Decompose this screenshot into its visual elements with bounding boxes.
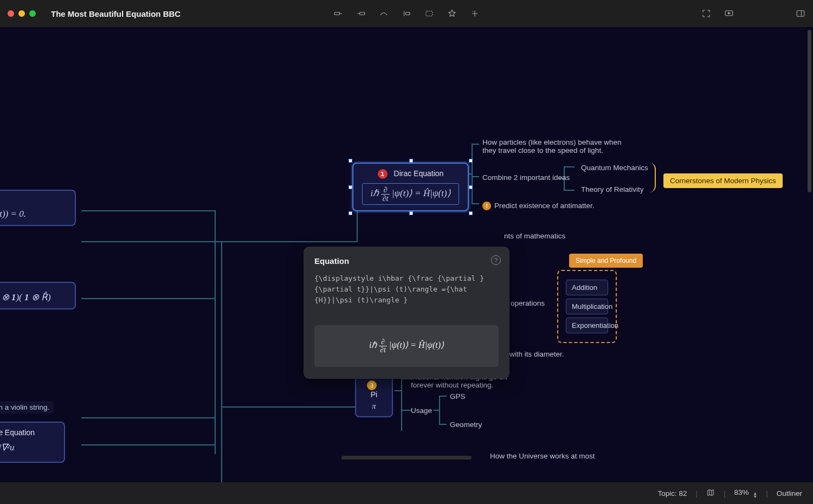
toolbar-center — [333, 9, 480, 18]
topic-count: Topic: 82 — [657, 489, 687, 497]
map-icon[interactable] — [706, 488, 715, 499]
separator: | — [724, 489, 726, 497]
zoom-control[interactable]: 83% ▲▼ — [734, 488, 757, 499]
text-ratio: with its diameter. — [509, 350, 564, 358]
document-title: The Most Beautiful Equation BBC — [51, 9, 180, 18]
equation-popover[interactable]: Equation ? {\displaystyle i\hbar {\frac … — [304, 247, 509, 379]
text-violin: from a violin string. — [0, 401, 54, 413]
outliner-button[interactable]: Outliner — [777, 489, 802, 497]
mind-map-canvas[interactable]: uation (t), q̇(t)) = 0. R̂ ⊗ 1)( 1 ⊗ R̂)… — [0, 27, 813, 482]
equation-preview: iℏ ∂∂t |ψ(t)⟩ = Ĥ|ψ(t)⟩ — [314, 325, 499, 366]
popover-title: Equation — [314, 256, 499, 266]
maximize-window[interactable] — [29, 10, 36, 17]
text-gps: GPS — [450, 392, 466, 400]
node-title-row: 3 Pi — [365, 380, 383, 399]
boundary-icon[interactable] — [424, 9, 434, 18]
node-equation-partial[interactable]: uation (t), q̇(t)) = 0. — [0, 190, 76, 226]
chip-simple-profound[interactable]: Simple and Profound — [569, 254, 643, 268]
node-equation: π — [365, 402, 383, 411]
op-addition[interactable]: Addition — [566, 280, 608, 295]
relationship-icon[interactable] — [379, 9, 389, 18]
summary-icon[interactable] — [402, 9, 411, 18]
node-equation: u2 = c²∇²u — [0, 440, 55, 456]
subtopic-right-icon[interactable] — [356, 9, 366, 18]
present-icon[interactable] — [724, 9, 734, 18]
text-particles: How particles (like electrons) behave wh… — [482, 138, 623, 154]
node-label: uation — [0, 196, 66, 205]
separator: | — [695, 489, 698, 497]
star-icon[interactable] — [447, 9, 457, 18]
status-bar: Topic: 82 | | 83% ▲▼ | Outliner — [0, 482, 813, 504]
svg-rect-0 — [334, 12, 339, 15]
priority-badge: 3 — [367, 380, 377, 390]
fullscreen-icon[interactable] — [701, 9, 711, 18]
text-ops: operations — [511, 299, 545, 307]
minimize-window[interactable] — [18, 10, 25, 17]
node-dirac-equation[interactable]: 1 Dirac Equation iℏ ∂∂t |ψ(t)⟩ = Ĥ|ψ(t)⟩ — [352, 163, 469, 211]
text-usage: Usage — [411, 406, 432, 415]
vertical-scrollbar[interactable] — [808, 30, 811, 192]
separator: | — [766, 489, 768, 497]
node-pi[interactable]: 3 Pi π — [355, 374, 393, 417]
node-label: Pi — [371, 390, 377, 399]
node-tensor-partial[interactable]: R̂ ⊗ 1)( 1 ⊗ R̂) — [0, 282, 76, 309]
node-label: e Wave Equation — [0, 428, 55, 437]
text-predict: !Predict existence of antimatter. — [482, 202, 595, 210]
equation-source-input[interactable]: {\displaystyle i\hbar {\frac {\partial }… — [314, 273, 499, 306]
subtopic-left-icon[interactable] — [333, 9, 343, 18]
node-wave-equation[interactable]: e Wave Equation u2 = c²∇²u — [0, 422, 65, 463]
op-exponentiation[interactable]: Exponentiation — [566, 318, 608, 333]
node-label: Dirac Equation — [394, 169, 444, 178]
node-equation: R̂ ⊗ 1)( 1 ⊗ R̂) — [0, 292, 66, 303]
close-window[interactable] — [8, 10, 14, 17]
zoom-stepper-icon[interactable]: ▲▼ — [753, 492, 757, 499]
horizontal-scrollbar[interactable] — [341, 456, 472, 460]
traffic-lights — [8, 10, 36, 17]
svg-rect-5 — [797, 11, 804, 17]
svg-rect-3 — [426, 11, 433, 16]
chip-cornerstone[interactable]: Cornerstones of Modern Physics — [663, 173, 783, 188]
text-maths: nts of mathematics — [504, 232, 565, 240]
text-universe: How the Universe works at most — [490, 452, 595, 460]
add-icon[interactable] — [470, 9, 480, 18]
text-geometry: Geometry — [450, 421, 482, 429]
text-qm: Quantum Mechanics — [581, 164, 648, 172]
help-icon[interactable]: ? — [491, 255, 501, 265]
brace-icon — [649, 163, 656, 192]
toolbar-right — [701, 9, 805, 18]
operations-group[interactable]: Addition Multiplication Exponentiation — [557, 270, 617, 343]
node-equation[interactable]: iℏ ∂∂t |ψ(t)⟩ = Ĥ|ψ(t)⟩ — [362, 183, 459, 205]
warning-icon: ! — [482, 202, 491, 210]
text-tor: Theory of Relativity — [581, 185, 644, 193]
node-title-row: 1 Dirac Equation — [362, 169, 459, 179]
titlebar: The Most Beautiful Equation BBC — [0, 0, 813, 27]
priority-badge: 1 — [378, 169, 388, 179]
panel-toggle-icon[interactable] — [796, 9, 805, 18]
text-combine: Combine 2 important ideas — [482, 173, 570, 182]
node-equation: (t), q̇(t)) = 0. — [0, 208, 66, 219]
svg-rect-2 — [406, 12, 410, 15]
svg-rect-1 — [360, 12, 365, 15]
op-multiplication[interactable]: Multiplication — [566, 299, 608, 314]
